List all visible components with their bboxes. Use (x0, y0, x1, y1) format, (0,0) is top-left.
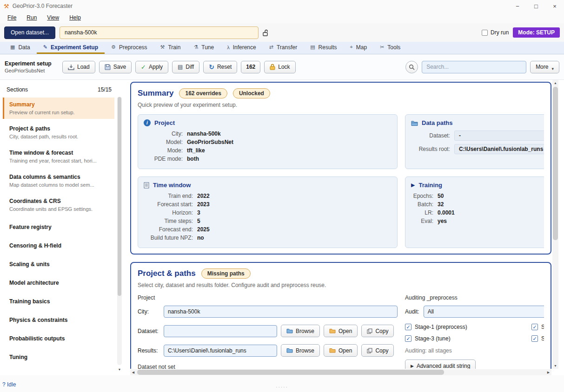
field-value: GeoPriorSubsNet (187, 139, 233, 145)
stage3-checkbox[interactable]: ✓ Stage-3 (tune) (405, 335, 531, 342)
tab-results[interactable]: ▤Results (304, 42, 343, 54)
search-input[interactable] (422, 61, 526, 73)
tab-tools[interactable]: ✂Tools (373, 42, 407, 54)
audit-select[interactable]: All (424, 306, 544, 318)
folder-icon (286, 348, 293, 353)
dataset-name-input[interactable] (60, 26, 259, 39)
tab-tune[interactable]: ⚗Tune (187, 42, 220, 54)
city-input[interactable] (164, 306, 398, 318)
unlock-icon (263, 29, 269, 36)
dataset-open-button[interactable]: Open (324, 325, 358, 337)
results-copy-button[interactable]: Copy (361, 344, 394, 357)
sidebar-item-coordinates-crs[interactable]: Coordinates & CRS Coordinate units and E… (3, 194, 114, 216)
diff-button[interactable]: ▤ Diff (172, 61, 199, 73)
main-horizontal-scrollbar[interactable]: ◀ ▶ (130, 369, 551, 375)
close-button[interactable]: × (545, 0, 564, 12)
search-button[interactable] (405, 61, 418, 73)
sidebar-item-scaling-units[interactable]: Scaling & units (3, 255, 114, 273)
overrides-count-button[interactable]: 162 (241, 61, 260, 73)
sidebar-scroll-down-arrow[interactable]: ▼ (117, 367, 122, 372)
reset-button[interactable]: ↻ Reset (203, 61, 237, 73)
dataset-copy-button[interactable]: Copy (361, 325, 394, 337)
lock-button[interactable]: Lock (264, 61, 295, 73)
padlock-icon (270, 64, 275, 70)
stage2-checkbox-clipped[interactable]: ✓ St (531, 324, 544, 330)
sidebar-item-physics-constraints[interactable]: Physics & constraints (3, 311, 114, 329)
unlocked-badge: Unlocked (233, 88, 270, 98)
maximize-button[interactable]: □ (527, 0, 545, 12)
menu-run[interactable]: Run (22, 13, 41, 22)
tab-preprocess[interactable]: ⚙Preprocess (105, 42, 154, 54)
sidebar-item-censoring-h-field[interactable]: Censoring & H-field (3, 237, 114, 255)
scroll-right-arrow[interactable]: ▶ (545, 369, 551, 375)
results-open-button[interactable]: Open (324, 344, 358, 357)
map-pin-icon: ⌖ (350, 44, 353, 50)
sidebar-item-tuning[interactable]: Tuning (3, 348, 114, 366)
sidebar-item-training-basics[interactable]: Training basics (3, 293, 114, 310)
open-dataset-button[interactable]: Open dataset... (4, 26, 55, 39)
stage1-checkbox[interactable]: ✓ Stage-1 (preprocess) (405, 324, 531, 330)
tune-icon: ⚗ (193, 44, 198, 50)
time-window-subcard: Time window Train end:2022 Forecast star… (138, 176, 398, 248)
sidebar-item-project-paths[interactable]: Project & paths City, dataset path, resu… (3, 122, 114, 143)
copy-icon (367, 348, 372, 353)
open-folder-icon (329, 328, 336, 333)
dry-run-checkbox[interactable]: Dry run (482, 29, 509, 36)
menu-help[interactable]: Help (65, 13, 86, 22)
field-value: both (187, 156, 199, 162)
tab-map[interactable]: ⌖Map (344, 42, 374, 54)
advanced-audit-button[interactable]: ▶ Advanced audit string (405, 359, 476, 369)
tab-transfer[interactable]: ⇄Transfer (263, 42, 304, 54)
sidebar-item-summary[interactable]: Summary Preview of current run setup. (3, 98, 114, 119)
results-browse-button[interactable]: Browse (281, 344, 320, 357)
menu-file[interactable]: File (3, 13, 21, 22)
dataset-path-input[interactable] (164, 325, 277, 337)
checkbox-check-icon[interactable]: ✓ (405, 335, 411, 342)
missing-paths-badge: Missing paths (201, 268, 251, 279)
help-icon[interactable]: ? (2, 381, 6, 388)
dataset-browse-button[interactable]: Browse (281, 325, 320, 337)
scroll-up-arrow[interactable]: ▲ (552, 80, 558, 86)
dry-run-label: Dry run (491, 29, 509, 36)
checkbox-check-icon[interactable]: ✓ (405, 324, 411, 330)
minimize-button[interactable]: − (508, 0, 527, 12)
checkbox-check-icon[interactable]: ✓ (531, 335, 538, 342)
tab-inference[interactable]: λInference (220, 42, 263, 54)
play-icon: ▶ (411, 182, 415, 188)
menu-view[interactable]: View (42, 13, 64, 22)
sidebar-item-time-window[interactable]: Time window & forecast Training end year… (3, 146, 114, 167)
info-icon: i (144, 119, 151, 126)
main-toolbar: Open dataset... Dry run Mode: SETUP (0, 23, 564, 42)
vertical-scrollbar-thumb[interactable] (553, 87, 558, 240)
sidebar-scrollbar[interactable] (117, 97, 122, 365)
tab-experiment-setup[interactable]: ✎Experiment Setup (37, 42, 105, 54)
apply-button[interactable]: ✓ Apply (135, 61, 168, 73)
sidebar-item-model-architecture[interactable]: Model architecture (3, 274, 114, 292)
sidebar-scrollbar-thumb[interactable] (118, 97, 121, 296)
mode-setup-badge: Mode: SETUP (513, 27, 560, 38)
sidebar-item-data-columns[interactable]: Data columns & semantics Map dataset col… (3, 170, 114, 191)
field-label: Eval: (411, 218, 433, 224)
more-button[interactable]: More ▾ (530, 61, 559, 73)
sidebar-item-feature-registry[interactable]: Feature registry (3, 218, 114, 236)
stage4-checkbox-clipped[interactable]: ✓ St (531, 335, 544, 342)
field-label: Time steps: (144, 218, 193, 224)
main-vertical-scrollbar[interactable]: ▲ ▼ (552, 80, 558, 369)
checkbox-check-icon[interactable]: ✓ (531, 324, 538, 330)
scroll-left-arrow[interactable]: ◀ (130, 369, 136, 375)
dry-run-box[interactable] (482, 30, 488, 36)
horizontal-scrollbar-thumb[interactable] (137, 370, 444, 375)
save-button[interactable]: Save (99, 61, 132, 73)
field-value: 2025 (197, 226, 210, 233)
project-paths-subtitle: Select city, dataset and results folder.… (138, 282, 544, 288)
transfer-arrows-icon: ⇄ (269, 44, 273, 50)
tab-train[interactable]: ⚒Train (154, 42, 187, 54)
tab-data[interactable]: ▦Data (4, 42, 37, 54)
sidebar-item-probabilistic-outputs[interactable]: Probabilistic outputs (3, 330, 114, 347)
project-subcard: i Project City:nansha-500k Model:GeoPrio… (138, 114, 398, 169)
sections-header: Sections (7, 86, 28, 93)
results-path-input[interactable] (164, 345, 277, 357)
field-value: 2023 (197, 201, 210, 208)
load-button[interactable]: Load (62, 61, 95, 73)
scroll-down-arrow[interactable]: ▼ (552, 363, 558, 369)
